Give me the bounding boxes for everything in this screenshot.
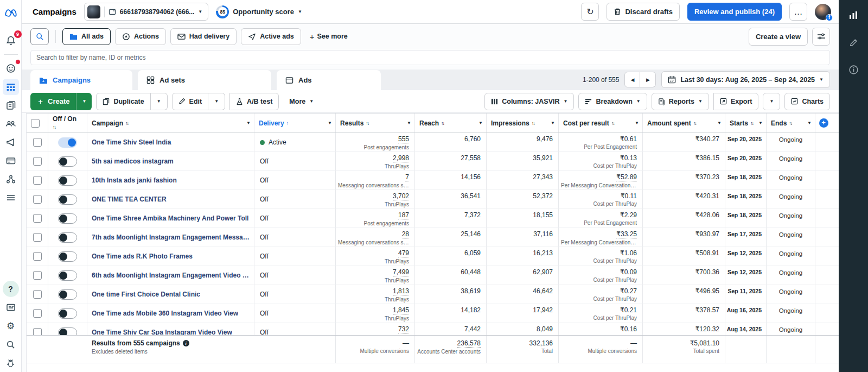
help-icon[interactable]: ? (3, 281, 19, 297)
see-more-filters[interactable]: +See more (305, 32, 352, 41)
settings-icon[interactable]: ⚙ (3, 318, 19, 334)
more-options-button[interactable]: … (789, 3, 807, 21)
user-avatar[interactable]: f (815, 4, 831, 20)
row-toggle[interactable] (58, 156, 77, 167)
campaign-name-link[interactable]: One time First Choice Dental Clinic (92, 291, 200, 298)
row-checkbox[interactable] (33, 176, 42, 185)
row-checkbox[interactable] (33, 233, 42, 242)
filter-chip-all-ads[interactable]: All ads (62, 28, 111, 45)
row-toggle[interactable] (58, 270, 77, 281)
row-toggle[interactable] (58, 251, 77, 262)
campaign-name-link[interactable]: 7th ads Moonlight Instagram Engagement M… (92, 234, 250, 241)
row-toggle[interactable] (58, 327, 77, 336)
next-page-button[interactable]: ▶ (640, 72, 656, 87)
row-checkbox[interactable] (33, 290, 42, 299)
table-row[interactable]: One time First Choice Dental Clinic Off … (27, 285, 839, 304)
updates-icon[interactable] (3, 299, 19, 316)
breakdown-button[interactable]: Breakdown▼ (578, 93, 647, 110)
row-checkbox[interactable] (33, 271, 42, 280)
table-row[interactable]: ONE TIME TEA CENTER Off 3,702ThruPlays 3… (27, 190, 839, 209)
opportunity-score[interactable]: 85 Opportunity score ▼ (216, 5, 302, 18)
edit-pencil-icon[interactable] (845, 34, 862, 51)
search-icon[interactable] (3, 336, 19, 352)
filter-chip-actions[interactable]: Actions (115, 28, 166, 45)
column-header-amount-spent[interactable]: Amount spent↑↓▼ (643, 114, 725, 133)
table-row[interactable]: One Time Shiv Car Spa Instagram Video Vi… (27, 323, 839, 335)
row-checkbox[interactable] (33, 214, 42, 223)
row-toggle[interactable] (58, 137, 77, 148)
column-header-campaign[interactable]: Campaign↑↓▼ (87, 114, 254, 133)
duplicate-button[interactable]: Duplicate (96, 93, 150, 110)
tab-ad-sets[interactable]: Ad sets (138, 70, 271, 90)
campaign-name-link[interactable]: 6th ads Moonlight Instagram Engagement V… (92, 272, 250, 279)
campaign-name-link[interactable]: One Time ads R.K Photo Frames (92, 253, 193, 260)
date-range-selector[interactable]: Last 30 days: Aug 26, 2025 – Sep 24, 202… (661, 71, 830, 88)
account-alerts-icon[interactable] (3, 60, 19, 77)
row-toggle[interactable] (58, 308, 77, 319)
advertise-icon[interactable] (3, 134, 19, 150)
assets-icon[interactable] (3, 171, 19, 187)
search-input[interactable] (30, 50, 830, 65)
ad-account-selector[interactable]: 666187938794062 (666... ▼ (84, 3, 208, 21)
campaign-name-link[interactable]: One Time Shiv Car Spa Instagram Video Vi… (92, 329, 232, 335)
table-row[interactable]: One Time Shree Ambika Machinery And Powe… (27, 209, 839, 228)
row-checkbox[interactable] (33, 328, 42, 335)
tab-campaigns[interactable]: Campaigns (30, 70, 132, 90)
column-header-impressions[interactable]: Impressions↑↓▼ (487, 114, 559, 133)
billing-icon[interactable] (3, 153, 19, 169)
select-all-checkbox[interactable] (31, 119, 40, 128)
create-button[interactable]: ＋Create ▼ (30, 93, 92, 110)
table-row[interactable]: 7th ads Moonlight Instagram Engagement M… (27, 228, 839, 247)
table-row[interactable]: One Time Shiv Steel India Active 555Post… (27, 133, 839, 152)
reports-button[interactable]: Reports▼ (652, 93, 709, 110)
all-tools-icon[interactable] (3, 190, 19, 206)
row-toggle[interactable] (58, 194, 77, 205)
filter-chip-had-delivery[interactable]: Had delivery (170, 28, 237, 45)
table-row[interactable]: 6th ads Moonlight Instagram Engagement V… (27, 266, 839, 285)
create-view-button[interactable]: Create a view (749, 28, 808, 46)
column-header-cost-per-result[interactable]: Cost per result↑↓▼ (559, 114, 643, 133)
charts-button[interactable]: Charts (784, 93, 830, 110)
campaign-name-link[interactable]: One Time ads Mobile 360 Instagram Video … (92, 310, 238, 317)
audiences-icon[interactable] (3, 116, 19, 132)
more-button[interactable]: More▼ (283, 93, 320, 110)
ads-manager-icon[interactable] (3, 79, 19, 95)
campaign-name-link[interactable]: 5th sai medicos instagram (92, 157, 174, 165)
column-header-results[interactable]: Results↑↓▼ (336, 114, 415, 133)
notifications-icon[interactable]: 9 (3, 33, 19, 49)
column-header-delivery[interactable]: Delivery↑▼ (254, 114, 336, 133)
row-checkbox[interactable] (33, 138, 42, 147)
table-row[interactable]: 10th Insta ads janki fashion Off 7Messag… (27, 171, 839, 190)
export-button[interactable]: Export (713, 93, 759, 110)
row-toggle[interactable] (58, 232, 77, 243)
filter-chip-active-ads[interactable]: Active ads (241, 28, 301, 45)
tab-ads[interactable]: Ads (277, 70, 381, 90)
row-checkbox[interactable] (33, 157, 42, 166)
add-column-button[interactable]: + (819, 118, 828, 128)
row-toggle[interactable] (58, 213, 77, 224)
edit-dropdown[interactable]: ▼ (208, 93, 225, 110)
duplicate-dropdown[interactable]: ▼ (151, 93, 168, 110)
pages-icon[interactable] (3, 97, 19, 114)
columns-button[interactable]: Columns: JASVIR▼ (484, 93, 574, 110)
report-bug-icon[interactable] (3, 355, 19, 371)
campaign-name-link[interactable]: One Time Shiv Steel India (92, 138, 171, 146)
refresh-button[interactable]: ↻ (581, 3, 599, 21)
row-checkbox[interactable] (33, 195, 42, 204)
table-row[interactable]: One Time ads Mobile 360 Instagram Video … (27, 304, 839, 323)
row-toggle[interactable] (58, 175, 77, 186)
review-publish-button[interactable]: Review and publish (24) (687, 3, 782, 21)
row-toggle[interactable] (58, 289, 77, 300)
table-row[interactable]: 5th sai medicos instagram Off 2,998ThruP… (27, 152, 839, 171)
export-dropdown[interactable]: ▼ (763, 93, 780, 110)
table-row[interactable]: One Time ads R.K Photo Frames Off 479Thr… (27, 247, 839, 266)
view-settings-button[interactable] (812, 28, 830, 46)
column-header-reach[interactable]: Reach↑↓▼ (415, 114, 487, 133)
column-header-off-on[interactable]: Off / On↑↓ (48, 114, 87, 133)
discard-drafts-button[interactable]: Discard drafts (607, 3, 679, 21)
ab-test-button[interactable]: A/B test (229, 93, 279, 110)
column-header-ends[interactable]: Ends↑↓▼ (767, 114, 815, 133)
create-dropdown[interactable]: ▼ (76, 93, 92, 110)
filter-search-button[interactable] (30, 28, 49, 45)
edit-button[interactable]: Edit (172, 93, 209, 110)
